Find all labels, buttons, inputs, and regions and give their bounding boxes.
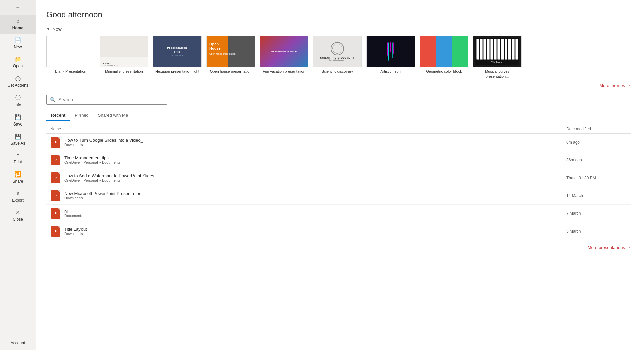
template-funvacation[interactable]: PRESENTATION TITLE Fun vacation presenta…: [260, 36, 308, 79]
file-icon-5: P: [50, 208, 61, 219]
geo-blue: [436, 36, 452, 67]
file-date-6: 5 March: [566, 229, 627, 234]
sidebar-item-save[interactable]: 💾 Save: [0, 111, 36, 130]
sidebar-item-home[interactable]: ⌂ Home: [0, 15, 36, 34]
geo-green: [452, 36, 468, 67]
tab-pinned[interactable]: Pinned: [70, 110, 93, 121]
sidebar-item-open[interactable]: 📁 Open: [0, 53, 36, 72]
geo-red: [420, 36, 436, 67]
template-label-artisticneon: Artistic neon: [380, 69, 401, 74]
print-icon: 🖶: [15, 152, 21, 158]
home-icon: ⌂: [16, 18, 20, 24]
pptx-icon-2: P: [51, 155, 60, 165]
sidebar-item-new-label: New: [14, 45, 22, 49]
sidebar-item-export[interactable]: ⇪ Export: [0, 187, 36, 206]
file-name-4: New Microsoft PowerPoint Presentation: [64, 191, 563, 196]
pptx-icon-3: P: [51, 172, 60, 183]
file-name-5: hi: [64, 209, 563, 214]
new-section-header[interactable]: ▼ New: [46, 26, 631, 32]
file-row-6[interactable]: P Title Layout Downloads 5 March: [46, 222, 631, 240]
file-info-2: Time Management tips OneDrive - Personal…: [64, 155, 563, 164]
template-thumb-artisticneon: [366, 36, 415, 67]
col-date-header: Date modified: [566, 127, 627, 131]
file-name-2: Time Management tips: [64, 155, 563, 160]
template-thumb-geometric: [420, 36, 468, 67]
more-themes-button[interactable]: More themes →: [46, 83, 631, 88]
template-musical[interactable]: Title Layout Musical curves presentation…: [473, 36, 522, 79]
template-scientific[interactable]: SCIENTIFIC DISCOVERY Scientific discover…: [313, 36, 362, 79]
file-location-6: Downloads: [64, 232, 563, 236]
template-thumb-minimalist: BASIC PRESENTATION: [100, 36, 148, 67]
pptx-icon-1: P: [51, 137, 60, 148]
sidebar-item-share[interactable]: 🔁 Share: [0, 168, 36, 187]
saveas-icon: 💾: [15, 133, 21, 140]
piano-keys: [475, 38, 519, 60]
file-icon-4: P: [50, 190, 61, 201]
account-button[interactable]: Account: [0, 336, 36, 350]
file-name-3: How to Add a Watermark to PowerPoint Sli…: [64, 173, 563, 178]
file-row-5[interactable]: P hi Documents 7 March: [46, 205, 631, 222]
pptx-icon-6: P: [51, 226, 60, 237]
sci-circle: [331, 42, 344, 55]
file-info-1: How to Turn Google Slides into a Video_ …: [64, 138, 563, 147]
template-thumb-blank: [46, 36, 95, 67]
file-date-3: Thu at 01:39 PM: [566, 176, 627, 180]
file-date-5: 7 March: [566, 211, 627, 216]
template-openhouse[interactable]: OpenHouse Open house presentation Open h…: [206, 36, 255, 79]
tab-recent[interactable]: Recent: [46, 110, 70, 121]
sidebar-item-print[interactable]: 🖶 Print: [0, 149, 36, 168]
template-label-hexagon: Hexagon presentation light: [155, 69, 199, 74]
file-row-4[interactable]: P New Microsoft PowerPoint Presentation …: [46, 187, 631, 205]
template-minimalist[interactable]: BASIC PRESENTATION Minimalist presentati…: [100, 36, 148, 79]
more-themes-label: More themes: [599, 83, 625, 88]
more-presentations-button[interactable]: More presentations →: [46, 245, 631, 250]
file-icon-1: P: [50, 137, 61, 148]
col-name-header: Name: [50, 127, 566, 131]
template-artisticneon[interactable]: Artistic neon: [366, 36, 415, 79]
template-label-blank: Blank Presentation: [55, 69, 86, 74]
file-location-4: Downloads: [64, 196, 563, 200]
sidebar-item-saveas[interactable]: 💾 Save As: [0, 130, 36, 149]
sidebar: ← ⌂ Home 📄 New 📁 Open ⨁ Get Add-ins ⓘ In…: [0, 0, 36, 350]
file-row-3[interactable]: P How to Add a Watermark to PowerPoint S…: [46, 169, 631, 187]
template-label-musical: Musical curves presentation...: [473, 69, 522, 79]
sidebar-item-addins[interactable]: ⨁ Get Add-ins: [0, 72, 36, 91]
neon-lines: [387, 42, 394, 61]
template-hexagon[interactable]: Presentation Title Subtitle here Hexagon…: [153, 36, 202, 79]
template-label-minimalist: Minimalist presentation: [105, 69, 143, 74]
template-thumb-funvacation: PRESENTATION TITLE: [260, 36, 308, 67]
template-geometric[interactable]: Geometric color block: [420, 36, 468, 79]
file-icon-2: P: [50, 155, 61, 165]
more-themes-arrow: →: [626, 83, 631, 88]
sidebar-item-close[interactable]: ✕ Close: [0, 206, 36, 225]
open-icon: 📁: [15, 56, 21, 62]
sidebar-item-close-label: Close: [13, 217, 23, 222]
templates-row: Blank Presentation BASIC PRESENTATION Mi…: [46, 36, 631, 79]
file-list: Name Date modified P How to Turn Google …: [46, 124, 631, 240]
sidebar-item-export-label: Export: [12, 198, 24, 203]
search-input[interactable]: [58, 97, 163, 102]
more-presentations-label: More presentations: [588, 245, 625, 250]
info-icon: ⓘ: [15, 94, 21, 101]
file-info-5: hi Documents: [64, 209, 563, 218]
template-blank[interactable]: Blank Presentation: [46, 36, 95, 79]
search-bar[interactable]: 🔍: [46, 95, 167, 105]
file-date-1: 6m ago: [566, 140, 627, 145]
export-icon: ⇪: [16, 190, 20, 197]
back-button[interactable]: ←: [0, 0, 36, 15]
back-icon: ←: [16, 5, 20, 10]
file-row-1[interactable]: P How to Turn Google Slides into a Video…: [46, 134, 631, 151]
file-info-3: How to Add a Watermark to PowerPoint Sli…: [64, 173, 563, 182]
pptx-icon-5: P: [51, 208, 60, 219]
file-name-6: Title Layout: [64, 227, 563, 232]
sidebar-item-print-label: Print: [14, 160, 22, 164]
sidebar-item-info[interactable]: ⓘ Info: [0, 91, 36, 111]
search-icon: 🔍: [50, 97, 56, 102]
template-thumb-openhouse: OpenHouse Open house presentation: [206, 36, 255, 67]
sidebar-item-new[interactable]: 📄 New: [0, 34, 36, 53]
file-location-3: OneDrive - Personal » Documents: [64, 178, 563, 182]
tab-shared[interactable]: Shared with Me: [93, 110, 133, 121]
account-label: Account: [11, 341, 25, 345]
template-thumb-hexagon: Presentation Title Subtitle here: [153, 36, 202, 67]
file-row-2[interactable]: P Time Management tips OneDrive - Person…: [46, 151, 631, 169]
